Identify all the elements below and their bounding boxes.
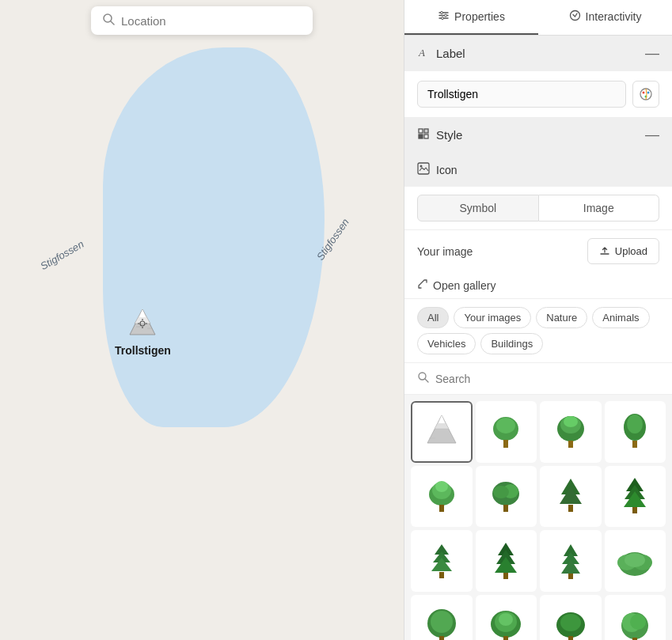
svg-point-14	[442, 17, 444, 20]
filter-chip-all[interactable]: All	[417, 307, 449, 328]
svg-rect-39	[568, 441, 573, 448]
filter-chip-animals[interactable]: Animals	[592, 307, 649, 328]
panel-tabs: Properties Interactivity	[404, 0, 672, 36]
svg-marker-60	[431, 558, 452, 571]
label-input-area	[404, 71, 672, 117]
svg-point-34	[496, 418, 515, 434]
label-collapse-btn[interactable]: —	[645, 45, 659, 62]
svg-rect-50	[503, 505, 508, 512]
search-input[interactable]	[121, 14, 302, 28]
map-area: Stigfossen Stigfossen Trollstigen	[0, 0, 404, 640]
label-input[interactable]	[417, 81, 626, 108]
image-cell-pine4[interactable]	[476, 530, 537, 592]
properties-icon	[438, 9, 450, 24]
svg-rect-61	[439, 572, 444, 578]
stigfossen-label-1: Stigfossen	[38, 238, 85, 272]
image-cell-round4[interactable]	[605, 595, 666, 641]
svg-rect-53	[568, 505, 573, 512]
svg-rect-22	[424, 129, 428, 133]
image-cell-tree1[interactable]	[476, 401, 537, 463]
svg-point-73	[625, 553, 645, 567]
image-upload-row: Your image Upload	[404, 230, 672, 272]
svg-rect-76	[439, 636, 444, 640]
svg-rect-42	[632, 441, 637, 448]
your-image-label: Your image	[417, 245, 473, 258]
svg-text:A: A	[418, 47, 425, 59]
panel-search-bar[interactable]	[404, 363, 672, 395]
svg-rect-46	[439, 505, 444, 512]
image-cell-round2[interactable]	[476, 595, 537, 641]
style-title: Style	[417, 127, 462, 142]
type-tab-image[interactable]: Image	[539, 195, 660, 222]
filter-chip-your-images[interactable]: Your images	[454, 307, 531, 328]
svg-line-11	[111, 21, 114, 25]
water-body	[103, 47, 325, 427]
svg-rect-24	[424, 134, 428, 138]
svg-marker-52	[560, 487, 582, 504]
svg-point-12	[441, 12, 443, 14]
svg-rect-57	[632, 507, 637, 513]
palette-button[interactable]	[632, 81, 659, 108]
icon-section-icon	[417, 162, 430, 177]
svg-rect-80	[503, 636, 508, 640]
type-tabs: Symbol Image	[404, 187, 672, 230]
svg-rect-65	[503, 573, 508, 579]
open-gallery-row[interactable]: Open gallery	[404, 272, 672, 299]
image-cell-round1[interactable]	[411, 595, 473, 641]
trollstigen-label: Trollstigen	[115, 344, 171, 357]
tab-properties[interactable]: Properties	[404, 0, 538, 35]
panel-search-input[interactable]	[435, 373, 659, 385]
image-cell-bush[interactable]	[605, 530, 666, 592]
search-bar[interactable]	[91, 6, 313, 35]
svg-rect-23	[419, 134, 423, 138]
image-cell-tree5[interactable]	[476, 466, 537, 528]
filter-chip-vehicles[interactable]: Vehicles	[417, 333, 476, 354]
image-cell-pine3[interactable]	[411, 530, 473, 592]
svg-rect-69	[568, 574, 573, 579]
tab-interactivity-label: Interactivity	[586, 10, 642, 23]
svg-point-38	[564, 416, 578, 427]
svg-point-15	[570, 11, 579, 21]
expand-icon	[417, 278, 428, 292]
panel-search-icon	[417, 371, 429, 386]
image-cell-pine2[interactable]	[605, 466, 666, 528]
style-icon	[417, 127, 430, 142]
style-section-header: Style —	[404, 117, 672, 153]
trollstigen-icon	[123, 305, 161, 343]
tab-properties-label: Properties	[454, 10, 505, 23]
tab-interactivity[interactable]: Interactivity	[538, 0, 672, 35]
style-collapse-btn[interactable]: —	[645, 127, 659, 143]
svg-rect-83	[568, 636, 573, 640]
svg-point-79	[499, 613, 513, 626]
type-tab-symbol[interactable]: Symbol	[417, 195, 539, 222]
image-cell-tree2[interactable]	[540, 401, 602, 463]
label-section-header: A Label —	[404, 36, 672, 71]
label-icon: A	[417, 46, 430, 61]
interactivity-icon	[569, 9, 581, 24]
svg-point-75	[431, 611, 453, 633]
filter-chip-buildings[interactable]: Buildings	[480, 333, 543, 354]
label-title: A Label	[417, 46, 465, 61]
upload-icon	[599, 244, 610, 258]
svg-point-41	[627, 415, 643, 434]
svg-point-19	[647, 92, 650, 94]
image-cell-tree4[interactable]	[411, 466, 473, 528]
svg-point-26	[420, 165, 423, 168]
image-cell-pine1[interactable]	[540, 466, 602, 528]
svg-point-82	[560, 614, 581, 631]
image-cell-tree3[interactable]	[605, 401, 666, 463]
image-cell-round3[interactable]	[540, 595, 602, 641]
right-panel: Properties Interactivity A Label —	[404, 0, 672, 640]
filter-chips: All Your images Nature Animals Vehicles …	[404, 299, 672, 363]
image-cell-mountain[interactable]	[411, 401, 473, 463]
trollstigen-marker[interactable]: Trollstigen	[115, 305, 171, 357]
svg-point-45	[435, 481, 448, 492]
search-icon	[102, 13, 115, 28]
icon-section-header: Icon	[404, 153, 672, 187]
filter-chip-nature[interactable]: Nature	[536, 307, 587, 328]
svg-line-28	[425, 379, 428, 382]
svg-point-49	[493, 486, 509, 498]
image-grid	[404, 395, 672, 640]
image-cell-pine5[interactable]	[540, 530, 602, 592]
upload-button[interactable]: Upload	[587, 238, 659, 264]
